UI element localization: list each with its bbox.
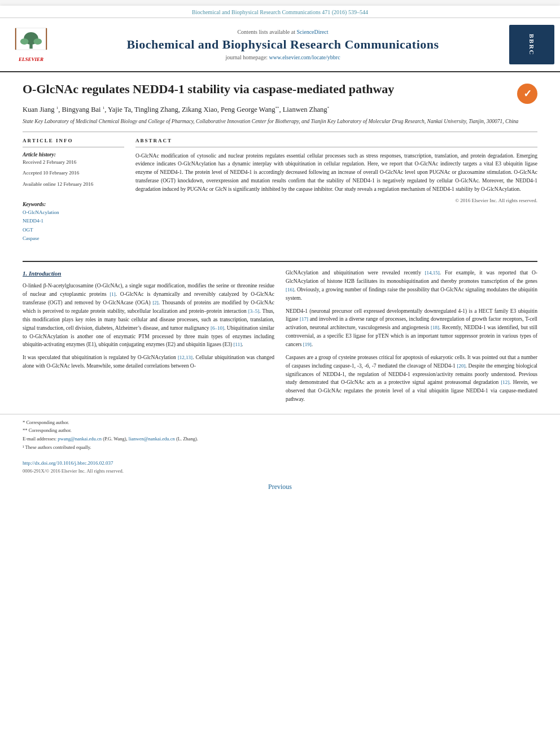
- journal-logo-left: ELSEVIER: [0, 23, 62, 67]
- homepage-link[interactable]: www.elsevier.com/locate/ybbrc: [269, 54, 340, 60]
- journal-logo-right: BBRC: [504, 23, 560, 67]
- ref-3-5[interactable]: [3–5]: [248, 308, 260, 314]
- ref-16[interactable]: [16]: [286, 287, 294, 292]
- ref-18[interactable]: [18]: [431, 325, 439, 330]
- svg-point-4: [34, 38, 42, 45]
- author-names: Kuan Jiang 1, Bingyang Bai 1, Yajie Ta, …: [23, 106, 329, 113]
- article-info-header: ARTICLE INFO: [23, 138, 124, 143]
- body-col1-p1: O-linked β-N-acetylglucosamine (O-GlcNAc…: [23, 282, 274, 349]
- abstract-column: ABSTRACT O-GlcNAc modification of cytoso…: [135, 138, 537, 243]
- article-info-abstract: ARTICLE INFO Article history: Received 2…: [23, 138, 537, 243]
- corresponding-author-label-2: ** Corresponding author.: [23, 427, 72, 433]
- email2-link[interactable]: lianwen@nankai.edu.cn: [129, 436, 175, 442]
- footnote-equal: ¹ These authors contributed equally.: [23, 444, 537, 451]
- available-text: Available online 12 February 2016: [23, 181, 124, 189]
- ref-17[interactable]: [17]: [300, 316, 308, 322]
- ref-1[interactable]: [1]: [110, 291, 116, 297]
- footnote-emails: E-mail addresses: pwang@nankai.edu.cn (P…: [23, 435, 537, 443]
- abstract-text: O-GlcNAc modification of cytosolic and n…: [135, 152, 537, 194]
- pagination: Previous: [0, 475, 560, 497]
- body-col2-p2: NEDD4-1 (neuronal precursor cell express…: [286, 307, 537, 349]
- corresponding-author-label: * Corresponding author.: [23, 420, 69, 425]
- ref-19[interactable]: [19]: [303, 342, 312, 347]
- footnotes: * Corresponding author. ** Corresponding…: [0, 414, 560, 455]
- copyright-text: © 2016 Elsevier Inc. All rights reserved…: [135, 198, 537, 203]
- email-label: E-mail addresses:: [23, 436, 56, 442]
- accepted-text: Accepted 10 February 2016: [23, 169, 124, 177]
- article-info-column: ARTICLE INFO Article history: Received 2…: [23, 138, 124, 243]
- ref-11[interactable]: [11]: [234, 342, 242, 347]
- keyword-4[interactable]: Caspase: [23, 234, 124, 243]
- footnote-star: * Corresponding author.: [23, 419, 537, 426]
- journal-header: ELSEVIER Contents lists available at Sci…: [0, 18, 560, 72]
- email1-person: (P.G. Wang),: [103, 436, 128, 442]
- ref-12b[interactable]: [12]: [501, 379, 509, 385]
- body-col2-p3: Caspases are a group of cysteine proteas…: [286, 353, 537, 404]
- journal-center: Contents lists available at ScienceDirec…: [62, 23, 504, 67]
- citation-bar: Biochemical and Biophysical Research Com…: [0, 6, 560, 18]
- main-body: 1. Introduction O-linked β-N-acetylgluco…: [0, 261, 560, 408]
- journal-homepage: journal homepage: www.elsevier.com/locat…: [225, 54, 340, 60]
- elsevier-logo-container: ELSEVIER: [11, 27, 51, 62]
- ref-2[interactable]: [2]: [152, 300, 159, 305]
- previous-button[interactable]: Previous: [268, 483, 292, 491]
- keywords-list: O-GlcNAcylation NEDD4-1 OGT Caspase: [23, 208, 124, 243]
- history-label: Article history:: [23, 152, 124, 158]
- body-col-left: 1. Introduction O-linked β-N-acetylgluco…: [23, 269, 274, 408]
- article-title: O-GlcNAc regulates NEDD4-1 stability via…: [23, 81, 537, 98]
- keyword-1[interactable]: O-GlcNAcylation: [23, 208, 124, 217]
- article-info-divider: [23, 147, 124, 147]
- ref-14-15[interactable]: [14,15]: [425, 270, 440, 276]
- authors: Kuan Jiang 1, Bingyang Bai 1, Yajie Ta, …: [23, 104, 537, 115]
- svg-point-3: [20, 38, 29, 45]
- sciencedirect-label: Contents lists available at: [237, 29, 295, 35]
- keywords-label: Keywords:: [23, 202, 124, 207]
- footnote-double-star: ** Corresponding author.: [23, 427, 537, 434]
- abstract-divider: [135, 147, 537, 147]
- abstract-header: ABSTRACT: [135, 138, 537, 143]
- keyword-2[interactable]: NEDD4-1: [23, 217, 124, 225]
- received-text: Received 2 February 2016: [23, 159, 124, 167]
- sciencedirect-text: Contents lists available at ScienceDirec…: [237, 29, 328, 35]
- bbrc-logo: BBRC: [509, 25, 554, 64]
- issn-text: 0006-291X/© 2016 Elsevier Inc. All right…: [23, 468, 537, 474]
- section1-title: 1. Introduction: [23, 269, 274, 278]
- crossmark-icon[interactable]: ✓: [517, 84, 537, 104]
- ref-20[interactable]: [20]: [457, 363, 465, 369]
- citation-text: Biochemical and Biophysical Research Com…: [192, 9, 368, 15]
- journal-title: Biochemical and Biophysical Research Com…: [126, 37, 439, 52]
- sciencedirect-link[interactable]: ScienceDirect: [296, 29, 328, 35]
- homepage-label: journal homepage:: [225, 54, 268, 60]
- body-col1-p2: It was speculated that ubiquitination is…: [23, 353, 274, 370]
- page: Biochemical and Biophysical Research Com…: [0, 6, 560, 747]
- email1-link[interactable]: pwang@nankai.edu.cn: [58, 436, 102, 442]
- header-divider: [23, 132, 537, 132]
- keyword-3[interactable]: OGT: [23, 226, 124, 234]
- elsevier-name: ELSEVIER: [19, 56, 43, 62]
- elsevier-tree-icon: [11, 27, 51, 55]
- ref-6-10[interactable]: [6–10]: [211, 325, 224, 331]
- author-affiliation: State Key Laboratory of Medicinal Chemic…: [23, 118, 537, 125]
- doi-bar: http://dx.doi.org/10.1016/j.bbrc.2016.02…: [0, 455, 560, 475]
- article-content: ✓ O-GlcNAc regulates NEDD4-1 stability v…: [0, 72, 560, 254]
- email2-person: (L. Zhang).: [176, 436, 198, 442]
- body-col2-p1: GlcNAcylation and ubiquitination were re…: [286, 269, 537, 302]
- bbrc-abbr: BBRC: [528, 34, 535, 56]
- body-columns: 1. Introduction O-linked β-N-acetylgluco…: [23, 269, 537, 408]
- ref-12-13[interactable]: [12,13]: [178, 355, 193, 360]
- body-col-right: GlcNAcylation and ubiquitination were re…: [286, 269, 537, 408]
- title-container: ✓ O-GlcNAc regulates NEDD4-1 stability v…: [23, 81, 537, 98]
- body-divider: [23, 261, 537, 262]
- doi-link[interactable]: http://dx.doi.org/10.1016/j.bbrc.2016.02…: [23, 460, 113, 466]
